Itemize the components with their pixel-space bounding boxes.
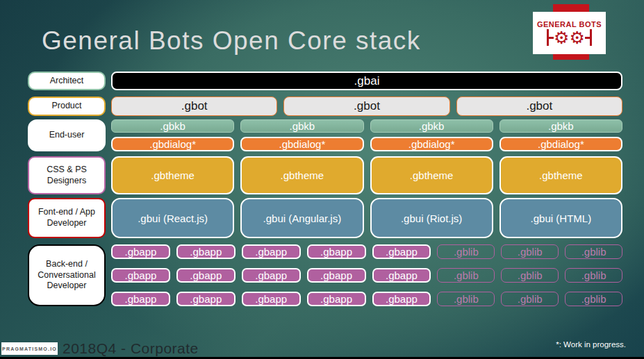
gbtheme-block: .gbtheme <box>240 156 363 194</box>
gbot-block: .gbot <box>111 97 277 116</box>
gbapp-block: .gbapp <box>176 244 236 259</box>
label-architect: Architect <box>28 72 106 90</box>
logo-right-bar <box>590 29 592 46</box>
band-designers-content: .gbtheme .gbtheme .gbtheme .gbtheme <box>111 156 622 194</box>
gbkb-row: .gbkb .gbkb .gbkb .gbkb <box>111 119 622 133</box>
band-designers: CSS & PS Designers .gbtheme .gbtheme .gb… <box>28 156 622 194</box>
band-end-user-content: .gbkb .gbkb .gbkb .gbkb .gbdialog* .gbdi… <box>111 119 622 151</box>
gbdialog-block: .gbdialog* <box>499 137 622 151</box>
gbapp-block: .gbapp <box>242 268 301 283</box>
gbapp-block: .gbapp <box>372 268 431 283</box>
band-backend-content: .gbapp .gbapp .gbapp .gbapp .gbapp .gbli… <box>111 244 622 306</box>
gbdialog-block: .gbdialog* <box>370 137 493 151</box>
gbtheme-block: .gbtheme <box>370 156 493 194</box>
gblib-block: .gblib <box>501 292 559 306</box>
band-frontend-content: .gbui (React.js) .gbui (Angular.js) .gbu… <box>111 198 622 238</box>
gbapp-block: .gbapp <box>111 268 170 283</box>
gbapp-block: .gbapp <box>242 292 301 306</box>
gbkb-block: .gbkb <box>111 119 234 133</box>
gblib-block: .gblib <box>565 244 622 259</box>
gblib-block: .gblib <box>437 268 495 283</box>
band-frontend: Font-end / App Developer .gbui (React.js… <box>28 198 622 238</box>
band-product-content: .gbot .gbot .gbot <box>111 97 622 116</box>
gbapp-block: .gbapp <box>372 244 431 259</box>
page-title: General Bots Open Core stack <box>42 26 421 56</box>
gbui-angular-block: .gbui (Angular.js) <box>240 198 363 238</box>
pragmatismo-logo-text: PRAGMATISMO.IO <box>2 347 57 351</box>
gbapp-block: .gbapp <box>111 244 170 259</box>
logo-right-tick <box>585 37 590 39</box>
gbapp-block: .gbapp <box>176 268 236 283</box>
gbui-react-block: .gbui (React.js) <box>111 198 234 238</box>
band-architect-content: .gbai <box>111 72 622 90</box>
gbkb-block: .gbkb <box>240 119 363 133</box>
gbai-block: .gbai <box>111 72 622 90</box>
gbapp-block: .gbapp <box>307 268 366 283</box>
gbui-riot-block: .gbui (Riot.js) <box>370 198 493 238</box>
gblib-block: .gblib <box>437 292 495 306</box>
gbapp-block: .gbapp <box>111 292 170 306</box>
general-bots-logo: GENERAL BOTS ⚙⚙ <box>533 12 606 54</box>
gear-icon: ⚙⚙ <box>547 29 592 47</box>
gblib-block: .gblib <box>437 244 495 259</box>
gbapp-row: .gbapp .gbapp .gbapp .gbapp .gbapp .gbli… <box>111 268 622 283</box>
gblib-block: .gblib <box>501 244 559 259</box>
work-in-progress-note: *: Work in progress. <box>556 340 626 349</box>
gbot-block: .gbot <box>456 97 622 116</box>
gbtheme-block: .gbtheme <box>111 156 234 194</box>
band-product: Product .gbot .gbot .gbot <box>28 97 622 116</box>
gbapp-block: .gbapp <box>242 244 301 259</box>
gbapp-block: .gbapp <box>372 292 431 306</box>
band-backend: Back-end / Conversational Developer .gba… <box>28 244 622 306</box>
band-architect: Architect .gbai <box>28 72 622 90</box>
gbapp-block: .gbapp <box>307 244 366 259</box>
label-designers: CSS & PS Designers <box>28 156 106 194</box>
footer-caption: 2018Q4 - Corporate <box>63 340 199 357</box>
stack-diagram: Architect .gbai Product .gbot .gbot .gbo… <box>28 72 622 306</box>
gbapp-row: .gbapp .gbapp .gbapp .gbapp .gbapp .gbli… <box>111 244 622 259</box>
gbkb-block: .gbkb <box>499 119 622 133</box>
gblib-block: .gblib <box>501 268 559 283</box>
gear-icon: ⚙ <box>570 29 585 47</box>
gbot-block: .gbot <box>283 97 449 116</box>
gbdialog-row: .gbdialog* .gbdialog* .gbdialog* .gbdial… <box>111 137 622 151</box>
gbdialog-block: .gbdialog* <box>111 137 234 151</box>
gblib-block: .gblib <box>565 268 622 283</box>
label-end-user: End-user <box>28 119 106 151</box>
gbtheme-block: .gbtheme <box>499 156 622 194</box>
gbdialog-block: .gbdialog* <box>240 137 363 151</box>
gbkb-block: .gbkb <box>370 119 493 133</box>
slide: General Bots Open Core stack GENERAL BOT… <box>0 0 644 359</box>
gblib-block: .gblib <box>565 292 622 306</box>
label-product: Product <box>28 97 106 116</box>
gbapp-row: .gbapp .gbapp .gbapp .gbapp .gbapp .gbli… <box>111 292 622 306</box>
label-backend: Back-end / Conversational Developer <box>28 244 106 306</box>
logo-brand-text: GENERAL BOTS <box>537 20 602 28</box>
logo-left-tick <box>549 37 554 39</box>
gbapp-block: .gbapp <box>176 292 236 306</box>
gbapp-block: .gbapp <box>307 292 366 306</box>
band-end-user: End-user .gbkb .gbkb .gbkb .gbkb .gbdial… <box>28 119 622 151</box>
label-frontend: Font-end / App Developer <box>28 198 106 238</box>
gear-icon: ⚙ <box>554 29 569 47</box>
pragmatismo-logo: PRAGMATISMO.IO <box>1 342 58 355</box>
gbui-html-block: .gbui (HTML) <box>499 198 622 238</box>
